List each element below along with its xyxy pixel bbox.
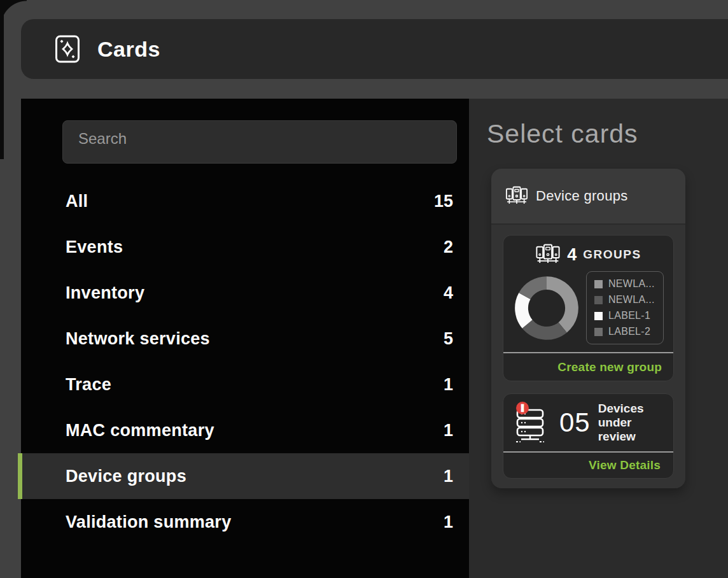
devices-count: 05 <box>559 407 591 438</box>
category-label: All <box>66 192 434 211</box>
search-box <box>62 120 457 164</box>
page-title: Cards <box>97 37 160 62</box>
donut-segment <box>547 276 578 332</box>
category-row[interactable]: Events2 <box>21 224 469 270</box>
create-new-group-link[interactable]: Create new group <box>557 360 662 374</box>
category-list: All15Events2Inventory4Network services5T… <box>21 178 469 545</box>
category-label: Inventory <box>66 283 444 303</box>
category-row[interactable]: Validation summary1 <box>21 499 469 545</box>
category-label: Validation summary <box>66 512 444 532</box>
alert-badge: ! <box>521 403 524 413</box>
legend-item: LABEL-2 <box>594 326 655 337</box>
category-label: Network services <box>66 329 444 349</box>
category-row[interactable]: Network services5 <box>21 316 469 362</box>
category-count: 4 <box>444 283 453 303</box>
device-groups-icon <box>505 185 528 207</box>
category-label: Device groups <box>66 467 444 486</box>
devices-under-review-widget: ! 05 Devices under review View Details <box>503 393 674 479</box>
devices-label: Devices under review <box>598 402 668 444</box>
category-label: Trace <box>66 375 444 395</box>
page-header: Cards <box>21 19 728 79</box>
category-label: Events <box>66 237 444 257</box>
view-details-link[interactable]: View Details <box>589 458 661 472</box>
category-count: 5 <box>444 329 453 349</box>
chart-legend: NEWLA...NEWLA...LABEL-1LABEL-2 <box>586 271 664 344</box>
legend-item: NEWLA... <box>594 294 655 306</box>
groups-count: 4 <box>567 245 577 265</box>
categories-panel: All15Events2Inventory4Network services5T… <box>21 99 469 578</box>
groups-count-label: GROUPS <box>583 248 641 262</box>
groups-widget-head: 4 GROUPS <box>503 236 673 267</box>
category-row[interactable]: All15 <box>21 178 469 224</box>
legend-label: NEWLA... <box>608 278 655 290</box>
legend-item: NEWLA... <box>594 278 655 290</box>
category-label: MAC commentary <box>66 421 444 441</box>
legend-label: NEWLA... <box>608 294 655 306</box>
category-count: 1 <box>444 421 453 441</box>
category-row[interactable]: Device groups1 <box>21 453 469 499</box>
legend-item: LABEL-1 <box>594 310 655 321</box>
groups-chart-area: NEWLA...NEWLA...LABEL-1LABEL-2 <box>503 267 673 352</box>
panel-title: Select cards <box>487 119 638 149</box>
category-count: 1 <box>444 467 453 486</box>
device-groups-card: Device groups <box>491 169 685 488</box>
legend-swatch <box>594 280 603 288</box>
legend-swatch <box>594 328 603 336</box>
groups-donut-chart <box>512 274 581 342</box>
select-cards-panel: Select cards Device groups <box>469 99 728 578</box>
window-edge-decoration <box>0 0 4 159</box>
devices-widget-main: ! 05 Devices under review <box>503 394 673 451</box>
server-stack-icon: ! <box>512 402 552 444</box>
cards-icon <box>54 34 81 64</box>
category-count: 1 <box>444 375 453 395</box>
device-groups-icon <box>535 243 561 266</box>
card-title: Device groups <box>536 188 628 204</box>
category-row[interactable]: Inventory4 <box>21 270 469 316</box>
category-row[interactable]: Trace1 <box>21 362 469 407</box>
groups-widget: 4 GROUPS NEWLA...NEWLA...LABEL-1LABEL-2 … <box>503 235 674 381</box>
legend-swatch <box>594 312 603 320</box>
selected-indicator-bar <box>18 453 22 499</box>
legend-swatch <box>594 296 603 304</box>
window-corner-decoration <box>0 0 27 27</box>
card-body: 4 GROUPS NEWLA...NEWLA...LABEL-1LABEL-2 … <box>491 225 685 488</box>
category-count: 2 <box>444 237 453 257</box>
legend-label: LABEL-2 <box>608 326 650 337</box>
legend-label: LABEL-1 <box>608 310 650 321</box>
device-groups-card-header[interactable]: Device groups <box>491 169 685 225</box>
search-input[interactable] <box>63 121 456 163</box>
category-row[interactable]: MAC commentary1 <box>21 407 469 453</box>
category-count: 15 <box>434 192 453 211</box>
category-count: 1 <box>444 512 453 532</box>
